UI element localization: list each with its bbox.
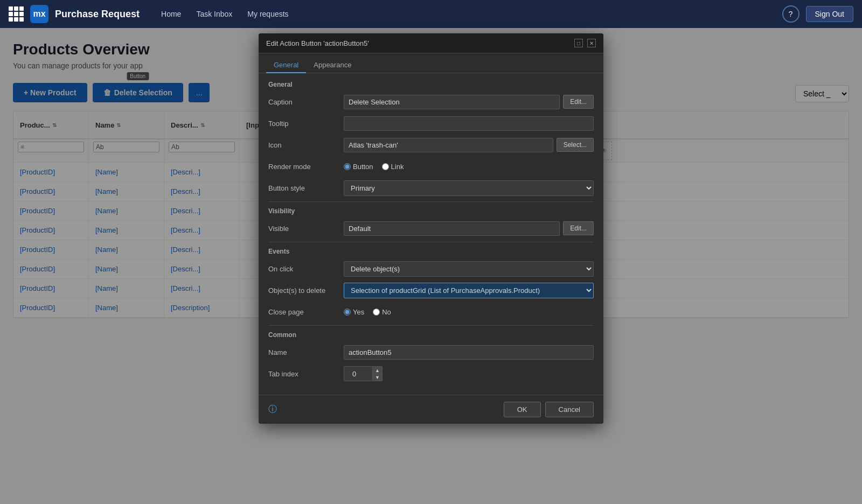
signout-button[interactable]: Sign Out (806, 6, 853, 22)
section-general: General (268, 81, 594, 88)
tab-index-input[interactable] (344, 366, 373, 381)
tab-index-spinner: ▲ ▼ (344, 366, 387, 381)
label-caption: Caption (268, 98, 344, 106)
nav-home[interactable]: Home (157, 8, 185, 20)
divider-events (268, 242, 594, 242)
render-mode-radio-group: Button Link (344, 163, 594, 171)
dialog-footer: ⓘ OK Cancel (259, 395, 603, 424)
section-common: Common (268, 331, 594, 339)
row-close-page: Close page Yes No (268, 304, 594, 320)
input-visible[interactable] (344, 221, 560, 236)
label-close-page: Close page (268, 308, 344, 316)
value-visible: Edit... (344, 221, 594, 236)
edit-visible-button[interactable]: Edit... (563, 221, 594, 235)
main-content: Products Overview You can manage product… (0, 28, 862, 504)
input-icon[interactable] (344, 138, 553, 152)
label-tooltip: Tooltip (268, 120, 344, 128)
row-name: Name (268, 344, 594, 360)
dialog-edit-action-button: Edit Action Button 'actionButton5' □ ✕ G… (259, 33, 603, 424)
help-circle-icon[interactable]: ⓘ (268, 404, 277, 415)
help-icon[interactable]: ? (782, 5, 800, 23)
dialog-title: Edit Action Button 'actionButton5' (266, 39, 369, 47)
dialog-title-controls: □ ✕ (574, 39, 596, 47)
value-caption: Edit... (344, 95, 594, 109)
input-tooltip[interactable] (344, 116, 594, 131)
row-icon: Icon Select... (268, 137, 594, 153)
row-tooltip: Tooltip (268, 115, 594, 131)
input-caption[interactable] (344, 95, 560, 109)
radio-yes-option[interactable]: Yes (344, 308, 364, 316)
label-visible: Visible (268, 225, 344, 233)
row-caption: Caption Edit... (268, 94, 594, 110)
cancel-button[interactable]: Cancel (545, 402, 594, 417)
value-button-style: Primary (344, 180, 594, 196)
app-title: Purchase Request (55, 9, 140, 20)
radio-yes-input[interactable] (344, 309, 351, 316)
modal-overlay: Edit Action Button 'actionButton5' □ ✕ G… (0, 28, 862, 504)
radio-no-input[interactable] (373, 309, 380, 316)
value-close-page: Yes No (344, 308, 594, 316)
dialog-tabs: General Appearance (259, 53, 603, 73)
divider-common (268, 325, 594, 326)
select-onclick[interactable]: Delete object(s) (344, 261, 594, 277)
value-objects: Selection of productGrid (List of Purcha… (344, 283, 594, 298)
label-render-mode: Render mode (268, 163, 344, 171)
spin-up-button[interactable]: ▲ (373, 366, 383, 374)
radio-button-input[interactable] (344, 163, 351, 170)
section-visibility: Visibility (268, 207, 594, 215)
value-icon: Select... (344, 138, 594, 152)
label-tab-index: Tab index (268, 370, 344, 378)
label-name: Name (268, 348, 344, 356)
close-page-radio-group: Yes No (344, 308, 594, 316)
nav-my-requests[interactable]: My requests (243, 8, 293, 20)
label-icon: Icon (268, 141, 344, 149)
edit-caption-button[interactable]: Edit... (563, 95, 594, 109)
value-tab-index: ▲ ▼ (344, 366, 594, 381)
radio-link-option[interactable]: Link (382, 163, 404, 171)
label-onclick: On click (268, 265, 344, 273)
nav-task-inbox[interactable]: Task Inbox (192, 8, 237, 20)
dialog-close-button[interactable]: ✕ (587, 39, 596, 47)
value-onclick: Delete object(s) (344, 261, 594, 277)
dialog-title-bar: Edit Action Button 'actionButton5' □ ✕ (259, 33, 603, 53)
label-objects: Object(s) to delete (268, 286, 344, 295)
radio-no-option[interactable]: No (373, 308, 391, 316)
dialog-body: General Caption Edit... Tooltip (259, 73, 603, 395)
tab-general[interactable]: General (266, 58, 306, 73)
row-objects-to-delete: Object(s) to delete Selection of product… (268, 282, 594, 298)
row-tab-index: Tab index ▲ ▼ (268, 366, 594, 382)
spin-buttons: ▲ ▼ (373, 366, 383, 381)
input-name[interactable] (344, 345, 594, 360)
label-button-style: Button style (268, 184, 344, 192)
row-visible: Visible Edit... (268, 220, 594, 236)
apps-grid-icon[interactable] (9, 6, 24, 22)
divider-visibility (268, 201, 594, 202)
spin-down-button[interactable]: ▼ (373, 374, 383, 381)
select-objects[interactable]: Selection of productGrid (List of Purcha… (344, 283, 594, 298)
ok-button[interactable]: OK (504, 402, 541, 417)
app-logo: mx (30, 5, 48, 23)
value-name (344, 345, 594, 360)
value-render-mode: Button Link (344, 163, 594, 171)
topnav: mx Purchase Request Home Task Inbox My r… (0, 0, 862, 28)
tab-appearance[interactable]: Appearance (306, 58, 359, 73)
radio-button-option[interactable]: Button (344, 163, 373, 171)
radio-link-input[interactable] (382, 163, 389, 170)
value-tooltip (344, 116, 594, 131)
row-onclick: On click Delete object(s) (268, 261, 594, 277)
dialog-minimize-button[interactable]: □ (574, 39, 583, 47)
row-button-style: Button style Primary (268, 180, 594, 196)
select-button-style[interactable]: Primary (344, 180, 594, 196)
row-render-mode: Render mode Button Link (268, 158, 594, 174)
select-icon-button[interactable]: Select... (557, 138, 594, 152)
section-events: Events (268, 248, 594, 255)
